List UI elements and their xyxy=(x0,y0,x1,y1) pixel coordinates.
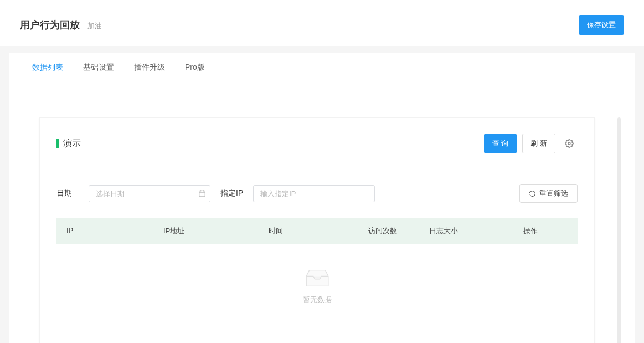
card-header: 演示 查 询 刷 新 xyxy=(56,134,578,153)
tab-label: Pro版 xyxy=(185,63,205,71)
th-time: 时间 xyxy=(269,226,368,236)
date-input[interactable] xyxy=(89,185,210,202)
main-container: 数据列表 基础设置 插件升级 Pro版 演示 查 询 刷 新 xyxy=(9,53,635,343)
th-ip-address: IP地址 xyxy=(163,226,269,236)
svg-point-0 xyxy=(568,142,570,145)
tab-label: 插件升级 xyxy=(134,63,165,71)
th-ip: IP xyxy=(66,226,163,236)
card-title-text: 演示 xyxy=(63,138,81,150)
reset-filter-button[interactable]: 重置筛选 xyxy=(519,184,578,203)
ip-input-wrap xyxy=(253,185,375,202)
header-left: 用户行为回放 加油 xyxy=(20,18,102,32)
save-settings-button[interactable]: 保存设置 xyxy=(579,15,624,35)
tab-label: 数据列表 xyxy=(32,63,63,71)
reset-button-label: 重置筛选 xyxy=(539,188,568,198)
tab-basic-settings[interactable]: 基础设置 xyxy=(82,53,115,84)
data-card: 演示 查 询 刷 新 日期 xyxy=(39,117,595,343)
date-input-wrap xyxy=(89,185,210,202)
refresh-button[interactable]: 刷 新 xyxy=(522,134,555,153)
tabs: 数据列表 基础设置 插件升级 Pro版 xyxy=(9,53,635,84)
ip-label: 指定IP xyxy=(220,188,243,198)
card-title: 演示 xyxy=(56,138,81,150)
tab-label: 基础设置 xyxy=(83,63,114,71)
svg-rect-1 xyxy=(199,191,205,197)
query-button[interactable]: 查 询 xyxy=(484,134,517,153)
refresh-button-label: 刷 新 xyxy=(530,139,547,149)
query-button-label: 查 询 xyxy=(492,139,509,149)
ip-input[interactable] xyxy=(253,185,375,202)
reload-icon xyxy=(529,190,536,197)
gear-icon xyxy=(565,139,574,148)
page-title: 用户行为回放 xyxy=(20,18,80,32)
settings-icon-button[interactable] xyxy=(561,135,578,152)
filters-row: 日期 指定IP 重置筛选 xyxy=(56,184,578,203)
card-actions: 查 询 刷 新 xyxy=(484,134,578,153)
th-visit-count: 访问次数 xyxy=(368,226,429,236)
save-button-label: 保存设置 xyxy=(587,20,616,30)
calendar-icon xyxy=(198,190,206,197)
data-table: IP IP地址 时间 访问次数 日志大小 操作 暂无数据 xyxy=(56,218,578,343)
page-header: 用户行为回放 加油 保存设置 xyxy=(0,0,644,46)
table-header-row: IP IP地址 时间 访问次数 日志大小 操作 xyxy=(56,218,578,244)
tab-pro[interactable]: Pro版 xyxy=(184,53,206,84)
tab-plugin-upgrade[interactable]: 插件升级 xyxy=(133,53,166,84)
content-wrap: 演示 查 询 刷 新 日期 xyxy=(9,84,635,343)
tab-data-list[interactable]: 数据列表 xyxy=(31,53,64,84)
th-log-size: 日志大小 xyxy=(429,226,523,236)
inbox-icon xyxy=(302,267,332,289)
empty-state: 暂无数据 xyxy=(56,244,578,343)
empty-text: 暂无数据 xyxy=(303,295,332,305)
th-action: 操作 xyxy=(523,226,568,236)
page-subtitle: 加油 xyxy=(87,21,102,31)
date-label: 日期 xyxy=(56,188,79,198)
